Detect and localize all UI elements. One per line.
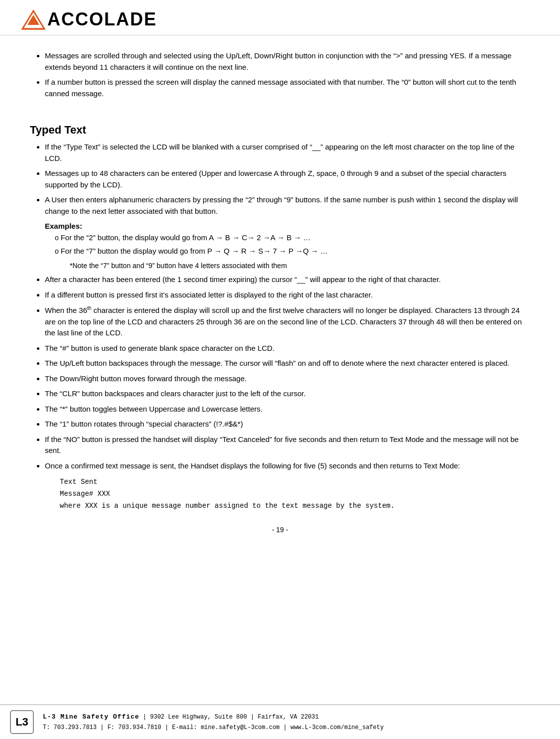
logo: ACCOLADE: [20, 9, 157, 30]
note-text: *Note the “7” button and “9” button have…: [70, 261, 530, 271]
list-item: The Down/Right button moves forward thro…: [45, 373, 530, 385]
indented-block: Text Sent Message# XXX where XXX is a un…: [60, 476, 530, 512]
list-item: The Up/Left button backspaces through th…: [45, 358, 530, 369]
indented-line-1: Text Sent: [60, 476, 530, 488]
examples-label: Examples:: [45, 222, 530, 230]
indented-line-3: where XXX is a unique message number ass…: [60, 500, 530, 512]
intro-bullet-list: Messages are scrolled through and select…: [45, 50, 530, 99]
footer: L3 L-3 Mine Safety Office | 9302 Lee Hig…: [0, 704, 560, 739]
list-item: A User then enters alphanumeric characte…: [45, 194, 530, 217]
footer-line-2: T: 703.293.7813 | F: 703.934.7810 | E-ma…: [43, 723, 384, 733]
logo-text: ACCOLADE: [47, 9, 157, 30]
list-item: The “1” button rotates through “special …: [45, 419, 530, 430]
footer-separator-2: |: [251, 714, 258, 721]
footer-company-name: L-3 Mine Safety Office: [43, 713, 140, 721]
list-item: Messages up to 48 characters can be ente…: [45, 168, 530, 190]
list-item: If the “NO” button is pressed the handse…: [45, 434, 530, 456]
header: ACCOLADE: [0, 0, 560, 35]
list-item: When the 36th character is entered the d…: [45, 304, 530, 339]
footer-phone: T: 703.293.7813: [43, 724, 97, 731]
list-item: For the “2” button, the display would go…: [55, 232, 530, 244]
list-item: If a number button is pressed the screen…: [45, 77, 530, 99]
list-item: If a different button is pressed first i…: [45, 290, 530, 301]
footer-text: L-3 Mine Safety Office | 9302 Lee Highwa…: [43, 712, 384, 733]
list-item: The “CLR” button backspaces and clears c…: [45, 388, 530, 400]
superscript-th: th: [87, 305, 91, 311]
footer-separator-3: |: [100, 724, 107, 731]
example-sub-list: For the “2” button, the display would go…: [55, 232, 530, 257]
typed-text-bullet-list: If the “Type Text” is selected the LCD w…: [45, 142, 530, 217]
list-item: After a character has been entered (the …: [45, 274, 530, 286]
main-content: Messages are scrolled through and select…: [0, 35, 560, 522]
logo-icon: [20, 9, 47, 30]
list-item: Once a confirmed text message is sent, t…: [45, 460, 530, 472]
footer-logo: L3: [10, 710, 34, 734]
footer-address: 9302 Lee Highway, Suite 800: [150, 714, 247, 721]
section-title: Typed Text: [30, 124, 530, 137]
list-item: The “*” button toggles between Uppercase…: [45, 404, 530, 415]
note-content: Note the “7” button and “9” button have …: [72, 262, 286, 270]
page-number: - 19 -: [0, 522, 560, 564]
list-item: Messages are scrolled through and select…: [45, 50, 530, 73]
footer-separator-4: |: [165, 724, 172, 731]
footer-website: www.L-3com.com/mine_safety: [290, 724, 384, 731]
footer-email: E-mail: mine.safety@L-3com.com: [172, 724, 280, 731]
more-bullet-list: After a character has been entered (the …: [45, 274, 530, 471]
footer-fax: F: 703.934.7810: [108, 724, 161, 731]
footer-separator-1: |: [143, 714, 150, 721]
list-item: For the “7” button the display would go …: [55, 246, 530, 257]
indented-line-2: Message# XXX: [60, 488, 530, 500]
footer-city: Fairfax, VA 22031: [258, 714, 318, 721]
list-item: If the “Type Text” is selected the LCD w…: [45, 142, 530, 164]
footer-separator-5: |: [283, 724, 290, 731]
list-item: The “#” button is used to generate blank…: [45, 343, 530, 354]
footer-line-1: L-3 Mine Safety Office | 9302 Lee Highwa…: [43, 712, 384, 723]
